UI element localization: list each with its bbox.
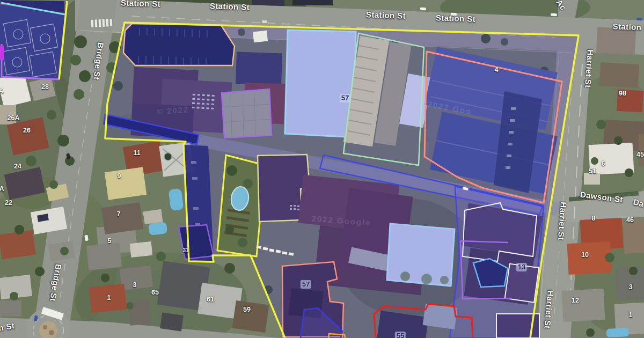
parcel-blue-southeast [450, 186, 544, 338]
parcel-57-top [285, 30, 356, 137]
aerial-map [0, 0, 644, 338]
parcel-lightblue-south [387, 224, 455, 286]
map-viewport[interactable]: Station St Station St Station St Station… [0, 0, 644, 338]
building-31-purple-outline [179, 225, 214, 259]
courtyard-purple-outline [222, 89, 272, 138]
carpark-tan-outline [123, 24, 235, 65]
